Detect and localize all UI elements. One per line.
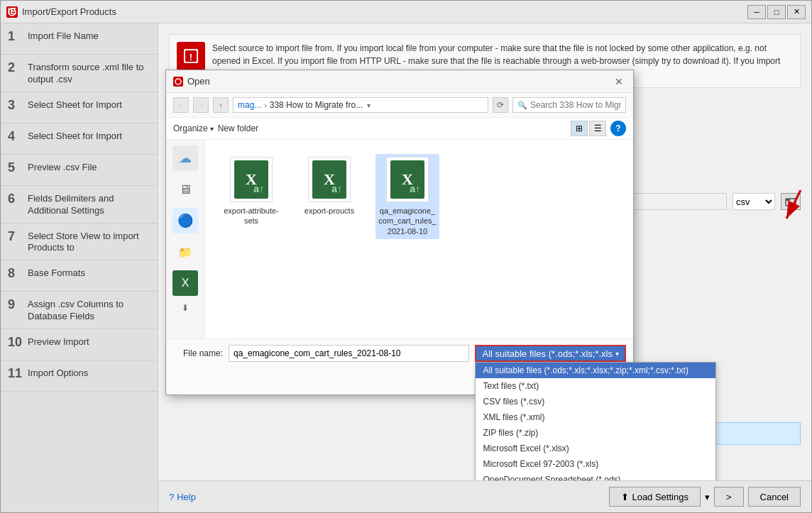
sidebar: 1 Import File Name 2 Transform source .x… [1,23,158,512]
sidebar-item-10[interactable]: 10 Preview Import [1,329,158,360]
view-icons-button[interactable]: ⊞ [571,121,588,136]
sidebar-item-8[interactable]: 8 Base Formats [1,260,158,292]
filetype-option-3[interactable]: XML files (*.xml) [476,409,715,425]
sidebar-item-5[interactable]: 5 Preview .csv File [1,155,158,186]
app-icon: IE [6,6,18,18]
excel-inner-3: X a↑ [390,160,424,199]
help-link[interactable]: ? Help [169,492,196,502]
sidebar-item-2[interactable]: 2 Transform source .xml file to output .… [1,55,158,92]
sidebar-label-6: Fields Delimiters and Additional Setting… [28,192,150,217]
cancel-main-button[interactable]: Cancel [748,487,801,507]
sidebar-item-7[interactable]: 7 Select Store View to import Products t… [1,224,158,261]
excel-inner-1: X a↑ [234,160,268,199]
filetype-option-4[interactable]: ZIP files (*.zip) [476,425,715,441]
filename-label: File name: [173,348,223,358]
nav-back-button[interactable]: ← [173,97,189,113]
svg-point-7 [175,79,181,84]
breadcrumb-chevron-icon[interactable]: ▾ [367,101,371,109]
filetype-dropdown-menu: All suitable files (*.ods;*.xls;*.xlsx;*… [475,362,716,480]
sidebar-label-9: Assign .csv Columns to Database Fields [28,297,150,323]
load-settings-label: Load Settings [632,492,688,502]
sidebar-item-1[interactable]: 1 Import File Name [1,23,158,55]
sidebar-label-1: Import File Name [28,29,99,43]
view-buttons: ⊞ ☰ [571,121,606,136]
file-item-2[interactable]: X a↑ export-proucts [297,154,361,239]
app-window: IE Import/Export Products ─ □ ✕ 1 Import… [0,0,812,513]
sidebar-scroll-down[interactable]: ⬇ [172,302,198,314]
computer-icon[interactable]: 🖥 [172,177,198,202]
breadcrumb-separator: › [264,101,266,109]
organize-button[interactable]: Organize [173,123,214,133]
view-list-button[interactable]: ☰ [589,121,606,136]
filetype-option-6[interactable]: Microsoft Excel 97-2003 (*.xls) [476,456,715,472]
sidebar-label-4: Select Sheet for Import [28,129,122,143]
sidebar-item-11[interactable]: 11 Import Options [1,360,158,392]
filetype-option-0[interactable]: All suitable files (*.ods;*.xls;*.xlsx;*… [476,363,715,378]
filetype-option-1[interactable]: Text files (*.txt) [476,378,715,394]
load-settings-button[interactable]: ⬆ Load Settings [609,487,701,507]
sidebar-label-11: Import Options [28,366,88,380]
filename-input[interactable] [229,345,469,362]
nav-folder-icon[interactable]: 🔵 [172,208,198,233]
excel-a-icon-3: a↑ [410,183,420,194]
sidebar-folder-icon[interactable]: 📁 [172,239,198,265]
sidebar-num-11: 11 [8,366,22,381]
info-icon: ! [177,42,205,70]
sidebar-item-3[interactable]: 3 Select Sheet for Import [1,92,158,123]
dialog-files-area: X a↑ export-attribute-sets [205,140,633,338]
sidebar-num-4: 4 [8,129,22,144]
sidebar-num-1: 1 [8,29,22,44]
dialog-body: ☁ 🖥 🔵 📁 X ⬇ [166,140,633,338]
maximize-button[interactable]: □ [767,5,786,19]
close-button[interactable]: ✕ [787,5,806,19]
sidebar-label-3: Select Sheet for Import [28,98,122,111]
filetype-chevron-icon: ▾ [615,350,619,358]
filetype-option-5[interactable]: Microsoft Excel (*.xlsx) [476,441,715,456]
nav-forward-button[interactable]: → [193,97,209,113]
sidebar-num-3: 3 [8,98,22,113]
cloud-icon[interactable]: ☁ [172,145,198,171]
sidebar-item-4[interactable]: 4 Select Sheet for Import [1,123,158,155]
file-item-1[interactable]: X a↑ export-attribute-sets [219,154,283,239]
sidebar-num-7: 7 [8,229,22,244]
minimize-button[interactable]: ─ [747,5,766,19]
sidebar-num-8: 8 [8,266,22,281]
window-controls: ─ □ ✕ [747,5,806,19]
sidebar-num-5: 5 [8,160,22,175]
dialog-toolbar: Organize New folder ⊞ ☰ ? [166,118,633,140]
open-dialog: Open ✕ ← → ↑ mag... › 338 How to Migrate… [165,70,634,395]
nav-up-button[interactable]: ↑ [213,97,229,113]
sidebar-item-6[interactable]: 6 Fields Delimiters and Additional Setti… [1,186,158,224]
load-settings-icon: ⬆ [621,492,629,502]
breadcrumb-current: 338 How to Migrate fro... [270,100,363,110]
sidebar-item-9[interactable]: 9 Assign .csv Columns to Database Fields [1,292,158,329]
file-icon-excel-1: X a↑ [230,157,273,202]
file-type-select[interactable]: csv [733,193,775,210]
browse-button[interactable] [781,193,801,210]
search-icon: 🔍 [517,101,527,110]
main-content: 1 Import File Name 2 Transform source .x… [1,23,811,512]
excel-a-icon: a↑ [253,183,264,194]
filetype-option-2[interactable]: CSV files (*.csv) [476,394,715,409]
sidebar-doc-icon[interactable]: X [172,270,198,296]
refresh-button[interactable]: ⟳ [493,97,508,113]
next-button[interactable]: > [714,487,744,507]
new-folder-button[interactable]: New folder [218,123,258,133]
dialog-nav-bar: ← → ↑ mag... › 338 How to Migrate fro...… [166,93,633,118]
dialog-close-button[interactable]: ✕ [612,75,626,89]
bottom-buttons: ? Help ⬆ Load Settings ▾ > Cancel [158,480,811,512]
dialog-title-bar: Open ✕ [166,70,633,93]
load-settings-dropdown-arrow[interactable]: ▾ [705,492,710,502]
filetype-option-7[interactable]: OpenDocument Spreadsheet (*.ods) [476,472,715,480]
filetype-selected-label: All suitable files (*.ods;*.xls;*.xls [482,348,613,359]
filename-row: File name: All suitable files (*.ods;*.x… [173,345,626,362]
dialog-search-input[interactable] [530,100,621,110]
file-item-3[interactable]: X a↑ qa_emagicone_com_cart_rules_2021-08… [375,154,439,239]
breadcrumb-part-1[interactable]: mag... [238,100,261,110]
app-title: Import/Export Products [22,6,743,17]
filetype-dropdown: All suitable files (*.ods;*.xls;*.xls ▾ … [475,345,626,362]
help-circle-button[interactable]: ? [610,121,626,136]
files-grid: X a↑ export-attribute-sets [212,147,626,246]
sidebar-num-6: 6 [8,192,22,206]
filetype-button[interactable]: All suitable files (*.ods;*.xls;*.xls ▾ [475,345,626,362]
